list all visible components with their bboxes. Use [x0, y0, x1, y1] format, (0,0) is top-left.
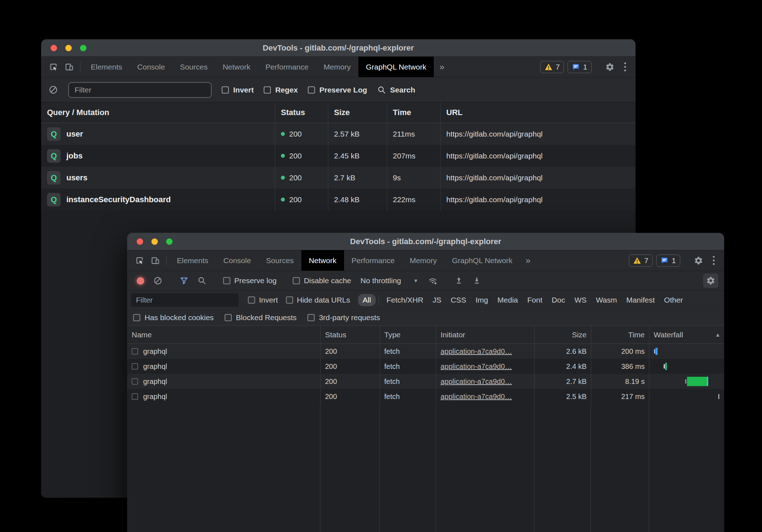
more-tabs-button[interactable]: »: [434, 57, 450, 77]
invert-checkbox[interactable]: [222, 86, 229, 94]
row-checkbox[interactable]: [132, 393, 138, 400]
initiator-link[interactable]: application-a7ca9d0…: [441, 377, 512, 386]
warnings-badge[interactable]: 7: [629, 255, 653, 267]
issues-badge[interactable]: 1: [656, 255, 680, 267]
export-har-button[interactable]: [469, 276, 485, 285]
close-window-button[interactable]: [137, 238, 143, 245]
network-conditions-button[interactable]: [425, 276, 441, 286]
table-row[interactable]: Q jobs 200 2.45 kB 207ms https://gitlab.…: [41, 145, 635, 167]
column-header-type[interactable]: Type: [380, 326, 436, 343]
initiator-link[interactable]: application-a7ca9d0…: [441, 393, 512, 401]
hide-data-urls-checkbox-group[interactable]: Hide data URLs: [286, 296, 350, 304]
titlebar[interactable]: DevTools - gitlab.com/-/graphql-explorer: [127, 233, 724, 250]
disable-cache-checkbox-group[interactable]: Disable cache: [290, 276, 354, 285]
invert-checkbox[interactable]: [248, 296, 255, 304]
column-header-time[interactable]: Time: [591, 326, 649, 343]
tab-console[interactable]: Console: [216, 250, 259, 271]
filter-toggle-button[interactable]: [176, 276, 192, 285]
filter-input[interactable]: [131, 293, 239, 307]
preserve-log-checkbox-group[interactable]: Preserve log: [220, 276, 279, 285]
filter-chip-ws[interactable]: WS: [570, 294, 591, 306]
toggle-device-toolbar-button[interactable]: [147, 250, 163, 271]
column-header-url[interactable]: URL: [440, 103, 635, 123]
filter-chip-media[interactable]: Media: [493, 294, 523, 306]
filter-chip-doc[interactable]: Doc: [547, 294, 570, 306]
more-tabs-button[interactable]: »: [520, 250, 536, 271]
filter-chip-other[interactable]: Other: [659, 294, 688, 306]
titlebar[interactable]: DevTools - gitlab.com/-/graphql-explorer: [41, 39, 635, 57]
third-party-requests-checkbox[interactable]: [307, 314, 315, 321]
invert-checkbox-group[interactable]: Invert: [248, 296, 278, 304]
tab-performance[interactable]: Performance: [344, 250, 402, 271]
filter-chip-fetch-xhr[interactable]: Fetch/XHR: [382, 294, 428, 306]
more-options-button[interactable]: [621, 62, 629, 71]
request-row[interactable]: graphql 200 fetch application-a7ca9d0… 2…: [127, 344, 724, 359]
zoom-window-button[interactable]: [166, 238, 173, 245]
filter-chip-wasm[interactable]: Wasm: [591, 294, 622, 306]
minimize-window-button[interactable]: [65, 45, 72, 51]
throttling-select[interactable]: No throttling ▼: [356, 276, 423, 285]
column-header-waterfall[interactable]: Waterfall ▲: [649, 326, 724, 343]
clear-icon[interactable]: [48, 85, 58, 95]
zoom-window-button[interactable]: [80, 45, 86, 51]
filter-chip-css[interactable]: CSS: [446, 294, 471, 306]
table-row[interactable]: Q users 200 2.7 kB 9s https://gitlab.com…: [41, 167, 635, 189]
row-checkbox[interactable]: [132, 348, 138, 355]
settings-button[interactable]: [691, 256, 706, 265]
invert-checkbox-group[interactable]: Invert: [222, 86, 254, 94]
blocked-requests-checkbox-group[interactable]: Blocked Requests: [225, 313, 297, 322]
request-row[interactable]: graphql 200 fetch application-a7ca9d0… 2…: [127, 374, 724, 389]
regex-checkbox[interactable]: [264, 86, 271, 94]
tab-sources[interactable]: Sources: [259, 250, 301, 271]
search-button[interactable]: Search: [377, 85, 415, 95]
regex-checkbox-group[interactable]: Regex: [264, 86, 298, 94]
preserve-log-checkbox[interactable]: [308, 86, 315, 94]
warnings-badge[interactable]: 7: [540, 61, 564, 73]
initiator-link[interactable]: application-a7ca9d0…: [441, 347, 512, 356]
table-row[interactable]: Q user 200 2.57 kB 211ms https://gitlab.…: [41, 123, 635, 145]
inspect-element-button[interactable]: [132, 250, 147, 271]
more-options-button[interactable]: [710, 256, 718, 265]
preserve-log-checkbox-group[interactable]: Preserve Log: [308, 86, 367, 94]
row-checkbox[interactable]: [132, 378, 138, 385]
record-network-log-button[interactable]: [137, 277, 144, 285]
disable-cache-checkbox[interactable]: [293, 277, 300, 284]
column-header-query-mutation[interactable]: Query / Mutation: [41, 103, 275, 123]
clear-network-log-button[interactable]: [150, 276, 166, 285]
import-har-button[interactable]: [451, 276, 467, 285]
issues-badge[interactable]: 1: [568, 61, 592, 73]
tab-performance[interactable]: Performance: [258, 57, 316, 77]
inspect-element-button[interactable]: [46, 57, 61, 77]
settings-button[interactable]: [602, 62, 618, 72]
tab-graphql-network[interactable]: GraphQL Network: [358, 57, 434, 77]
table-row[interactable]: Q instanceSecurityDashboard 200 2.48 kB …: [41, 189, 635, 210]
blocked-requests-checkbox[interactable]: [225, 314, 232, 321]
initiator-link[interactable]: application-a7ca9d0…: [441, 362, 512, 371]
column-header-initiator[interactable]: Initiator: [436, 326, 534, 343]
column-header-time[interactable]: Time: [387, 103, 440, 123]
toggle-device-toolbar-button[interactable]: [61, 57, 77, 77]
filter-chip-all[interactable]: All: [358, 294, 376, 306]
tab-network[interactable]: Network: [215, 57, 258, 77]
filter-chip-font[interactable]: Font: [523, 294, 547, 306]
column-header-status[interactable]: Status: [320, 326, 380, 343]
network-settings-button[interactable]: [703, 274, 718, 288]
filter-chip-manifest[interactable]: Manifest: [622, 294, 659, 306]
blocked-cookies-checkbox[interactable]: [133, 314, 140, 321]
search-network-button[interactable]: [194, 276, 210, 285]
tab-memory[interactable]: Memory: [316, 57, 358, 77]
filter-chip-img[interactable]: Img: [471, 294, 493, 306]
column-header-name[interactable]: Name: [127, 326, 320, 343]
tab-elements[interactable]: Elements: [83, 57, 130, 77]
close-window-button[interactable]: [51, 45, 57, 51]
tab-memory[interactable]: Memory: [402, 250, 445, 271]
tab-elements[interactable]: Elements: [169, 250, 216, 271]
tab-graphql-network[interactable]: GraphQL Network: [445, 250, 520, 271]
third-party-requests-checkbox-group[interactable]: 3rd-party requests: [307, 313, 380, 322]
blocked-cookies-checkbox-group[interactable]: Has blocked cookies: [133, 313, 214, 322]
filter-chip-js[interactable]: JS: [428, 294, 446, 306]
tab-network[interactable]: Network: [301, 250, 344, 271]
column-header-size[interactable]: Size: [328, 103, 387, 123]
minimize-window-button[interactable]: [151, 238, 158, 245]
request-row[interactable]: graphql 200 fetch application-a7ca9d0… 2…: [127, 359, 724, 374]
